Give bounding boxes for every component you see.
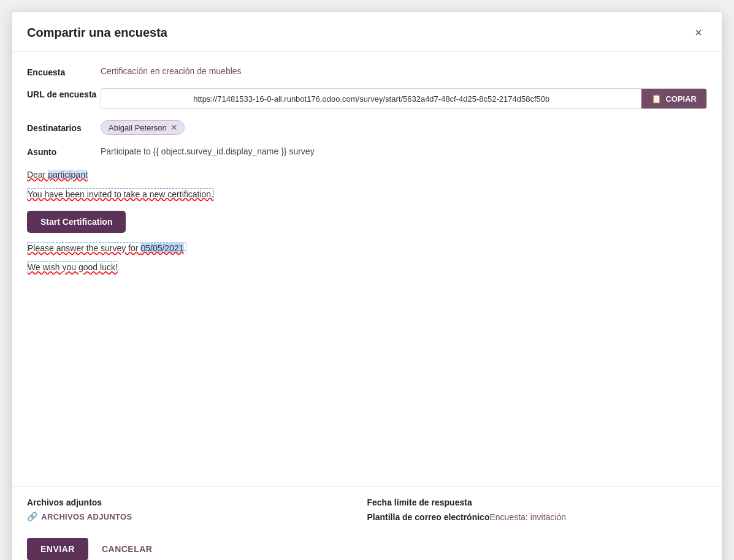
email-line3: Please answer the survey for 05/05/2021.	[27, 241, 707, 256]
modal-header: Compartir una encuesta ×	[12, 12, 722, 51]
recipient-name: Abigail Peterson	[109, 123, 167, 132]
good-luck-line: We wish you good luck!	[27, 261, 118, 273]
modal-title: Compartir una encuesta	[27, 26, 167, 40]
period-text: .	[184, 243, 186, 253]
copy-label: COPIAR	[665, 94, 697, 104]
send-button[interactable]: ENVIAR	[27, 538, 88, 560]
paperclip-icon: 🔗	[27, 512, 37, 521]
encuesta-value: Certificación en creación de muebles	[101, 66, 707, 76]
subject-row: Asunto Participate to {{ object.survey_i…	[27, 146, 707, 157]
modal-body: Encuesta Certificación en creación de mu…	[12, 51, 722, 486]
encuesta-row: Encuesta Certificación en creación de mu…	[27, 66, 707, 77]
start-certification-button[interactable]: Start Certification	[27, 211, 126, 233]
plantilla-row: Plantilla de correo electrónico Encuesta…	[367, 512, 708, 522]
fecha-label: Fecha límite de respuesta	[367, 498, 490, 507]
url-container: 📋 COPIAR	[101, 88, 707, 109]
url-input[interactable]	[101, 90, 641, 108]
cancel-button[interactable]: CANCELAR	[94, 538, 160, 560]
recipient-tag: Abigail Peterson ✕	[101, 120, 185, 135]
asunto-value: Participate to {{ object.survey_id.displ…	[101, 146, 315, 156]
email-body: Dear participant You have been invited t…	[27, 168, 707, 275]
participant-text: participant	[48, 170, 88, 180]
email-line2: You have been invited to take a new cert…	[27, 187, 707, 202]
archivos-label: Archivos adjuntos	[27, 498, 367, 507]
invitation-text: You have been invited to take a new cert…	[27, 188, 214, 200]
email-line1: Dear participant	[27, 168, 707, 183]
copy-icon: 📋	[651, 94, 662, 104]
destinatarios-label: Destinatarios	[27, 122, 101, 133]
url-row: URL de encuesta 📋 COPIAR	[27, 88, 707, 109]
encuesta-label: Encuesta	[27, 66, 101, 77]
asunto-label: Asunto	[27, 146, 101, 157]
recipients-container: Abigail Peterson ✕	[101, 120, 185, 135]
plantilla-value: Encuesta: invitación	[490, 512, 708, 522]
share-survey-modal: Compartir una encuesta × Encuesta Certif…	[12, 12, 722, 560]
cta-button-container: Start Certification	[27, 207, 707, 241]
deadline-col: Fecha límite de respuesta Plantilla de c…	[367, 498, 708, 522]
please-answer-text: Please answer the survey for	[28, 243, 140, 253]
date-text: 05/05/2021	[140, 243, 183, 253]
fecha-row: Fecha límite de respuesta	[367, 498, 708, 507]
copy-button[interactable]: 📋 COPIAR	[641, 89, 706, 108]
attach-btn-label: ARCHIVOS ADJUNTOS	[41, 512, 132, 521]
attachments-col: Archivos adjuntos 🔗 ARCHIVOS ADJUNTOS	[27, 498, 367, 522]
attach-files-button[interactable]: 🔗 ARCHIVOS ADJUNTOS	[27, 512, 132, 521]
survey-date-line: Please answer the survey for 05/05/2021.	[27, 242, 186, 254]
dear-text: Dear	[27, 170, 48, 180]
close-button[interactable]: ×	[690, 23, 707, 42]
remove-recipient-button[interactable]: ✕	[170, 123, 178, 132]
email-line4: We wish you good luck!	[27, 260, 707, 275]
plantilla-label: Plantilla de correo electrónico	[367, 512, 490, 522]
recipients-row: Destinatarios Abigail Peterson ✕	[27, 120, 707, 135]
good-luck-text: We wish you good luck!	[28, 262, 118, 272]
url-label: URL de encuesta	[27, 88, 101, 99]
modal-actions: ENVIAR CANCELAR	[12, 529, 722, 560]
footer-info: Archivos adjuntos 🔗 ARCHIVOS ADJUNTOS Fe…	[12, 486, 722, 529]
